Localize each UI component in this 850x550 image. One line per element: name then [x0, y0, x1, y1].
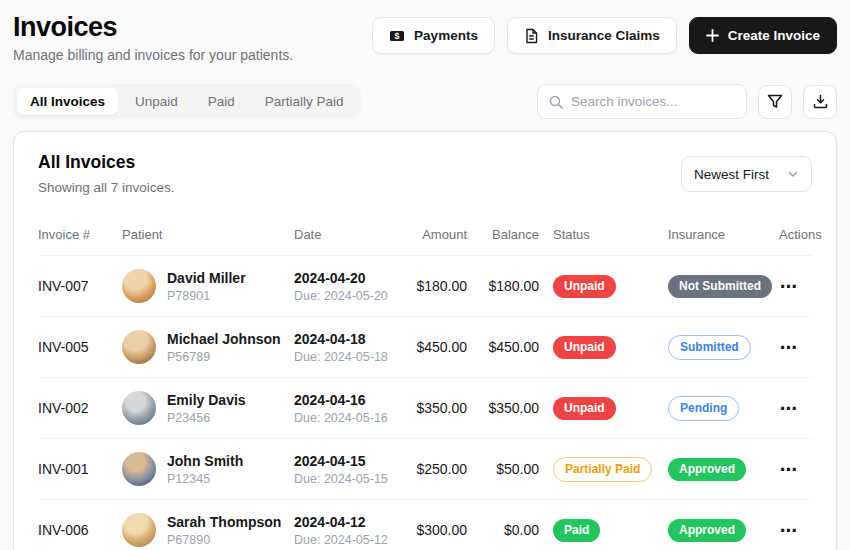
banknote-icon: $	[389, 28, 405, 44]
patient-name: Sarah Thompson	[167, 514, 281, 530]
invoice-date: 2024-04-12	[294, 514, 399, 530]
avatar	[122, 330, 156, 364]
actions-cell: ⋯	[779, 339, 812, 356]
amount-value: $180.00	[399, 278, 467, 294]
tab-paid[interactable]: Paid	[195, 88, 248, 115]
balance-value: $450.00	[467, 339, 539, 355]
date-cell: 2024-04-12 Due: 2024-05-12	[294, 514, 399, 547]
invoice-number: INV-002	[38, 400, 122, 416]
patient-cell: Sarah Thompson P67890	[122, 513, 294, 547]
download-button[interactable]	[803, 85, 837, 119]
balance-value: $350.00	[467, 400, 539, 416]
search-box[interactable]	[537, 84, 747, 119]
date-cell: 2024-04-20 Due: 2024-05-20	[294, 270, 399, 303]
status-badge: Partially Paid	[553, 457, 652, 482]
invoices-card: All Invoices Showing all 7 invoices. New…	[13, 131, 837, 550]
sort-select[interactable]: Newest First	[681, 156, 812, 192]
insurance-claims-button[interactable]: Insurance Claims	[507, 17, 677, 54]
patient-id: P78901	[167, 289, 246, 303]
chevron-down-icon	[787, 168, 799, 180]
toolbar-right	[537, 84, 837, 119]
date-cell: 2024-04-16 Due: 2024-05-16	[294, 392, 399, 425]
page-title: Invoices	[13, 12, 293, 43]
toolbar: All Invoices Unpaid Paid Partially Paid	[13, 84, 837, 119]
patient-id: P23456	[167, 411, 246, 425]
column-header-invoice: Invoice #	[38, 227, 122, 242]
page-subtitle: Manage billing and invoices for your pat…	[13, 47, 293, 63]
status-badge: Paid	[553, 519, 600, 542]
insurance-cell: Approved	[654, 519, 779, 542]
page-header-text: Invoices Manage billing and invoices for…	[13, 12, 293, 63]
patient-id: P67890	[167, 533, 281, 547]
invoice-date: 2024-04-18	[294, 331, 399, 347]
due-date: Due: 2024-05-16	[294, 411, 399, 425]
invoice-number: INV-006	[38, 522, 122, 538]
insurance-badge: Approved	[668, 458, 746, 481]
amount-value: $300.00	[399, 522, 467, 538]
invoice-date: 2024-04-20	[294, 270, 399, 286]
amount-value: $450.00	[399, 339, 467, 355]
invoice-number: INV-001	[38, 461, 122, 477]
due-date: Due: 2024-05-15	[294, 472, 399, 486]
tab-all-invoices[interactable]: All Invoices	[17, 88, 118, 115]
row-actions-button[interactable]: ⋯	[780, 278, 798, 295]
due-date: Due: 2024-05-18	[294, 350, 399, 364]
status-badge: Unpaid	[553, 397, 616, 420]
card-subtitle: Showing all 7 invoices.	[38, 180, 175, 195]
date-cell: 2024-04-15 Due: 2024-05-15	[294, 453, 399, 486]
insurance-cell: Pending	[654, 396, 779, 421]
status-badge: Unpaid	[553, 275, 616, 298]
patient-info: Michael Johnson P56789	[167, 331, 281, 364]
insurance-badge: Not Submitted	[668, 275, 772, 298]
status-cell: Unpaid	[539, 336, 654, 359]
avatar	[122, 513, 156, 547]
patient-name: John Smith	[167, 453, 243, 469]
actions-cell: ⋯	[779, 522, 812, 539]
patient-cell: John Smith P12345	[122, 452, 294, 486]
amount-value: $250.00	[399, 461, 467, 477]
invoices-table: Invoice # Patient Date Amount Balance St…	[38, 219, 812, 550]
tab-unpaid[interactable]: Unpaid	[122, 88, 191, 115]
payments-button[interactable]: $ Payments	[372, 17, 495, 54]
page-header: Invoices Manage billing and invoices for…	[13, 12, 837, 63]
tab-partially-paid[interactable]: Partially Paid	[252, 88, 357, 115]
table-body: INV-007 David Miller P78901 2024-04-20 D…	[38, 256, 812, 550]
row-actions-button[interactable]: ⋯	[780, 339, 798, 356]
insurance-badge: Approved	[668, 519, 746, 542]
sort-select-value: Newest First	[694, 167, 769, 182]
status-cell: Paid	[539, 519, 654, 542]
column-header-status: Status	[539, 227, 654, 242]
patient-info: John Smith P12345	[167, 453, 243, 486]
avatar	[122, 391, 156, 425]
table-row: INV-005 Michael Johnson P56789 2024-04-1…	[38, 317, 812, 378]
card-header-text: All Invoices Showing all 7 invoices.	[38, 152, 175, 195]
search-input[interactable]	[571, 94, 748, 109]
patient-id: P12345	[167, 472, 243, 486]
balance-value: $180.00	[467, 278, 539, 294]
row-actions-button[interactable]: ⋯	[780, 522, 798, 539]
insurance-badge: Submitted	[668, 335, 751, 360]
download-icon	[813, 94, 828, 109]
actions-cell: ⋯	[779, 278, 812, 295]
date-cell: 2024-04-18 Due: 2024-05-18	[294, 331, 399, 364]
row-actions-button[interactable]: ⋯	[780, 400, 798, 417]
status-cell: Unpaid	[539, 275, 654, 298]
patient-name: David Miller	[167, 270, 246, 286]
balance-value: $50.00	[467, 461, 539, 477]
due-date: Due: 2024-05-20	[294, 289, 399, 303]
amount-value: $350.00	[399, 400, 467, 416]
invoice-number: INV-005	[38, 339, 122, 355]
status-badge: Unpaid	[553, 336, 616, 359]
patient-cell: David Miller P78901	[122, 269, 294, 303]
insurance-cell: Approved	[654, 458, 779, 481]
filter-button[interactable]	[758, 85, 792, 119]
invoices-page: Invoices Manage billing and invoices for…	[0, 0, 850, 550]
column-header-date: Date	[294, 227, 399, 242]
filter-tabs: All Invoices Unpaid Paid Partially Paid	[13, 84, 361, 119]
filter-icon	[767, 94, 783, 109]
column-header-amount: Amount	[399, 227, 467, 242]
actions-cell: ⋯	[779, 461, 812, 478]
create-invoice-button[interactable]: Create Invoice	[689, 17, 837, 54]
row-actions-button[interactable]: ⋯	[780, 461, 798, 478]
document-icon	[524, 28, 539, 44]
